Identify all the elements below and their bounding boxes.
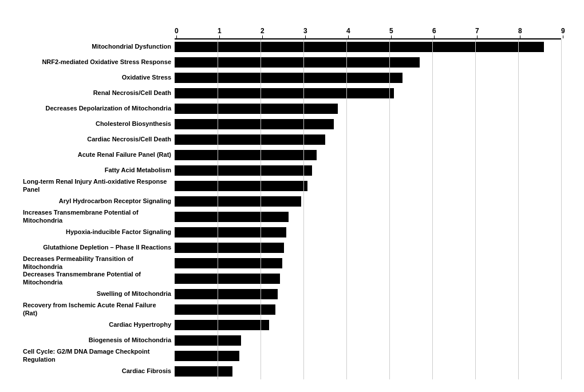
bar: [175, 181, 307, 191]
bar-label: Cardiac Fibrosis: [122, 364, 175, 379]
bar: [175, 258, 282, 268]
x-tick: 4: [346, 27, 350, 38]
bar-label: Decreases Transmembrane Potential of Mit…: [23, 271, 175, 286]
bar-row: [175, 55, 561, 70]
bar-label: Increases Transmembrane Potential of Mit…: [23, 209, 175, 224]
bar-row: [175, 364, 561, 379]
bar-row: [175, 240, 561, 255]
bar-row: [175, 86, 561, 101]
grid-line: [389, 39, 390, 379]
x-tick: 9: [561, 27, 565, 38]
bar: [175, 42, 544, 52]
bar-row: [175, 256, 561, 271]
bar: [175, 366, 232, 377]
bar: [175, 119, 334, 129]
grid-line: [432, 39, 433, 379]
bar-label: Aryl Hydrocarbon Receptor Signaling: [59, 194, 175, 209]
bar-label: Oxidative Stress: [122, 70, 175, 85]
bar: [175, 351, 239, 361]
x-tick: 2: [261, 27, 265, 38]
bar-label: Recovery from Ischemic Acute Renal Failu…: [23, 302, 175, 317]
bar: [175, 88, 394, 98]
x-axis-top: 0123456789: [175, 27, 561, 39]
bar-label: Fatty Acid Metabolism: [105, 163, 175, 178]
bar-row: [175, 209, 561, 224]
bar-label: Decreases Permeability Transition of Mit…: [23, 256, 175, 271]
bar-row: [175, 179, 561, 193]
bar: [175, 227, 286, 237]
bar: [175, 73, 403, 83]
bar-label: Long-term Renal Injury Anti-oxidative Re…: [23, 179, 175, 193]
chart-container: Mitochondrial DysfunctionNRF2-mediated O…: [11, 7, 573, 385]
grid-line: [518, 39, 519, 379]
bar-label: Decreases Depolarization of Mitochondria: [46, 101, 175, 116]
labels-column: Mitochondrial DysfunctionNRF2-mediated O…: [23, 27, 175, 379]
bar-row: [175, 349, 561, 363]
chart-area: Mitochondrial DysfunctionNRF2-mediated O…: [23, 27, 561, 379]
bar-row: [175, 333, 561, 348]
bar-row: [175, 39, 561, 54]
bar-label: Mitochondrial Dysfunction: [92, 39, 175, 54]
bar-label: Biogenesis of Mitochondria: [89, 333, 175, 348]
bar-label: Acute Renal Failure Panel (Rat): [78, 148, 175, 163]
x-tick: 5: [389, 27, 393, 38]
grid-line: [346, 39, 347, 379]
grid-line: [475, 39, 476, 379]
bar-label: Cardiac Hypertrophy: [109, 318, 175, 332]
bars-wrapper: [175, 39, 561, 379]
bar-label: Swelling of Mitochondria: [97, 287, 175, 302]
bar: [175, 104, 338, 114]
bar-row: [175, 302, 561, 317]
bar-label: Cell Cycle: G2/M DNA Damage Checkpoint R…: [23, 349, 175, 363]
bar: [175, 165, 312, 176]
bar-label: Renal Necrosis/Cell Death: [93, 86, 175, 101]
x-tick: 6: [432, 27, 436, 38]
bar-row: [175, 225, 561, 240]
bar-row: [175, 163, 561, 178]
grid-line: [261, 39, 261, 379]
bar: [175, 57, 420, 68]
x-tick: 0: [175, 27, 179, 38]
bar-row: [175, 132, 561, 147]
bar-row: [175, 101, 561, 116]
bar-label: NRF2-mediated Oxidative Stress Response: [42, 55, 175, 70]
bar: [175, 335, 241, 346]
bar-label: Hypoxia-inducible Factor Signaling: [66, 225, 175, 240]
bar: [175, 289, 278, 299]
bar-row: [175, 117, 561, 132]
bar-row: [175, 70, 561, 85]
grid-line: [561, 39, 562, 379]
bar: [175, 274, 280, 284]
bar-row: [175, 148, 561, 163]
bar-row: [175, 194, 561, 209]
bar-label: Cholesterol Biosynthesis: [96, 117, 175, 132]
bar: [175, 196, 301, 207]
bar: [175, 320, 269, 330]
bar-label: Glutathione Depletion – Phase II Reactio…: [43, 240, 175, 255]
grid-line: [303, 39, 304, 379]
x-tick: 7: [475, 27, 479, 38]
bar: [175, 212, 289, 222]
bar: [175, 243, 284, 253]
bar: [175, 134, 325, 145]
bar: [175, 150, 317, 160]
bar-row: [175, 287, 561, 302]
x-tick: 3: [303, 27, 307, 38]
bar-label: Cardiac Necrosis/Cell Death: [87, 132, 175, 147]
grid-line: [218, 39, 218, 379]
bar-row: [175, 271, 561, 286]
bar-row: [175, 318, 561, 332]
x-tick: 1: [218, 27, 222, 38]
bar-section: 0123456789: [175, 27, 561, 379]
x-tick: 8: [518, 27, 522, 38]
